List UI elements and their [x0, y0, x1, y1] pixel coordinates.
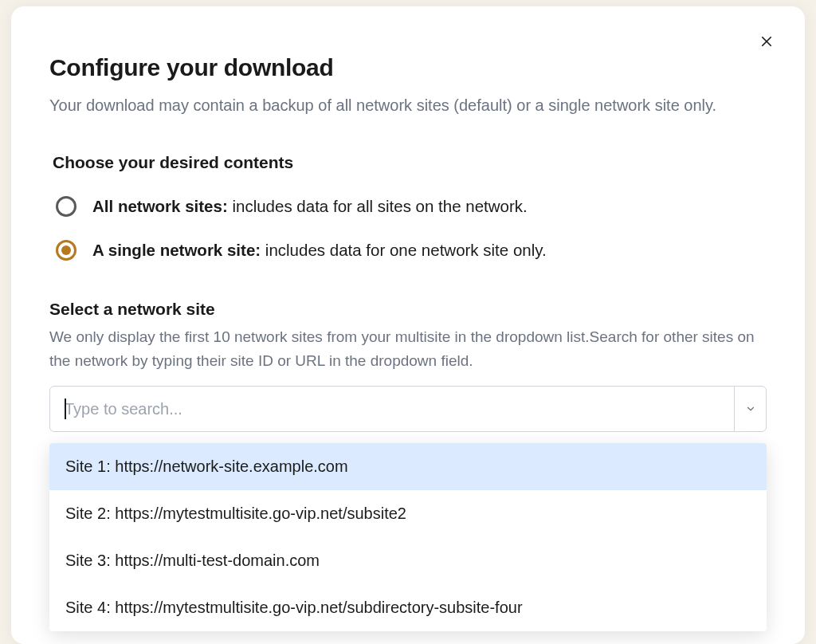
- dropdown-item[interactable]: Site 4: https://mytestmultisite.go-vip.n…: [49, 584, 767, 631]
- radio-single-site-label: A single network site: includes data for…: [92, 238, 547, 263]
- radio-icon-selected: [56, 240, 76, 261]
- dropdown-item[interactable]: Site 3: https://multi-test-domain.com: [49, 537, 767, 584]
- chevron-down-icon: [745, 403, 756, 414]
- combobox-toggle[interactable]: [734, 387, 766, 431]
- dropdown-item[interactable]: Site 2: https://mytestmultisite.go-vip.n…: [49, 490, 767, 537]
- radio-all-sites-label: All network sites: includes data for all…: [92, 194, 528, 219]
- site-search-input[interactable]: [50, 387, 734, 431]
- modal-subtitle: Your download may contain a backup of al…: [49, 92, 767, 118]
- site-dropdown: Site 1: https://network-site.example.com…: [49, 443, 767, 631]
- close-icon: [759, 34, 774, 49]
- modal-title: Configure your download: [49, 54, 767, 81]
- select-site-help: We only display the first 10 network sit…: [49, 325, 767, 374]
- text-caret: [65, 399, 66, 419]
- radio-icon-unselected: [56, 196, 76, 217]
- section-label-contents: Choose your desired contents: [53, 153, 767, 172]
- site-combobox[interactable]: [49, 386, 767, 432]
- radio-single-site[interactable]: A single network site: includes data for…: [53, 238, 767, 263]
- dropdown-item[interactable]: Site 1: https://network-site.example.com: [49, 443, 767, 490]
- download-config-modal: Configure your download Your download ma…: [11, 6, 805, 644]
- select-site-label: Select a network site: [49, 300, 767, 319]
- close-button[interactable]: [754, 29, 779, 54]
- radio-all-sites[interactable]: All network sites: includes data for all…: [53, 194, 767, 219]
